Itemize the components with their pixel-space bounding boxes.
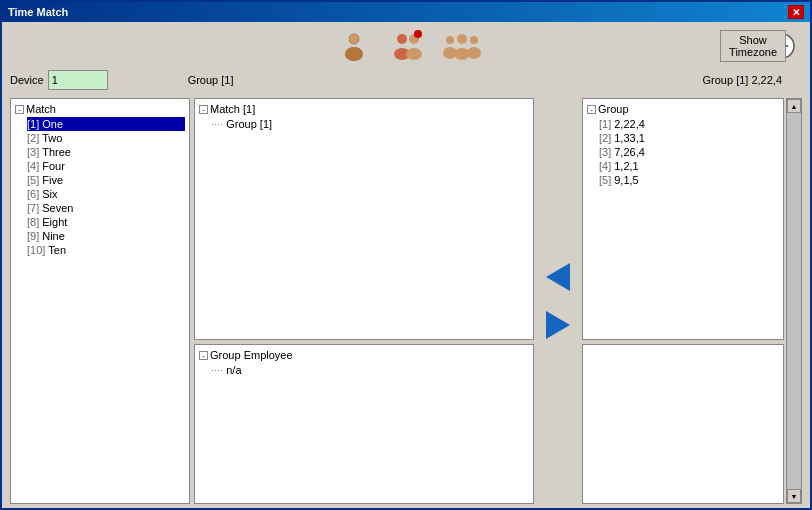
left-tree-item-3[interactable]: [3] Three [27, 145, 185, 159]
toolbar-icons [338, 30, 474, 62]
device-input[interactable] [48, 70, 108, 90]
right-top-tree: - Group [1] 2,22,4 [2] 1,33,1 [583, 99, 783, 191]
right-panel-inner: - Group [1] 2,22,4 [2] 1,33,1 [582, 98, 784, 504]
right-top-header: - Group [587, 103, 779, 115]
item-index-6: [6] [27, 188, 39, 200]
three-persons-icon[interactable] [442, 30, 474, 62]
right-item-1[interactable]: [1] 2,22,4 [599, 117, 779, 131]
dot-connector-2: ···· [211, 364, 223, 376]
svg-point-13 [470, 36, 478, 44]
left-tree-item-2[interactable]: [2] Two [27, 131, 185, 145]
middle-bottom-child[interactable]: ···· n/a [211, 363, 529, 377]
scroll-down-button[interactable]: ▼ [787, 489, 801, 503]
right-index-1: [1] [599, 118, 611, 130]
middle-section: - Match [1] ···· Group [1] [194, 98, 534, 504]
left-tree-item-9[interactable]: [9] Nine [27, 229, 185, 243]
show-timezone-button[interactable]: Show Timezone [720, 30, 786, 62]
left-tree-item-7[interactable]: [7] Seven [27, 201, 185, 215]
group-label-right: Group [1] 2,22,4 [703, 74, 783, 86]
right-bottom-panel[interactable] [582, 344, 784, 504]
right-value-1: 2,22,4 [614, 118, 645, 130]
item-label-9: Nine [42, 230, 65, 242]
close-button[interactable]: ✕ [788, 5, 804, 19]
item-index-9: [9] [27, 230, 39, 242]
right-top-children: [1] 2,22,4 [2] 1,33,1 [3] 7,26,4 [599, 117, 779, 187]
window-title: Time Match [8, 6, 68, 18]
right-item-3[interactable]: [3] 7,26,4 [599, 145, 779, 159]
svg-point-9 [446, 36, 454, 44]
right-scrollbar[interactable]: ▲ ▼ [786, 98, 802, 504]
left-tree-item-4[interactable]: [4] Four [27, 159, 185, 173]
item-label-8: Eight [42, 216, 67, 228]
middle-top-tree: - Match [1] ···· Group [1] [195, 99, 533, 135]
right-index-5: [5] [599, 174, 611, 186]
item-index-5: [5] [27, 174, 39, 186]
dot-connector: ···· [211, 118, 223, 130]
left-tree-item-5[interactable]: [5] Five [27, 173, 185, 187]
header-row: Device Group [1] Group [1] 2,22,4 [6, 70, 806, 94]
right-item-2[interactable]: [2] 1,33,1 [599, 131, 779, 145]
item-label-6: Six [42, 188, 57, 200]
middle-top-child-label: Group [1] [226, 118, 272, 130]
left-tree-panel[interactable]: - Match [1] One [2] Two [10, 98, 190, 504]
right-top-toggle[interactable]: - [587, 105, 596, 114]
svg-point-2 [345, 47, 363, 61]
middle-top-toggle[interactable]: - [199, 105, 208, 114]
right-item-5[interactable]: [5] 9,1,5 [599, 173, 779, 187]
arrow-panel [538, 98, 578, 504]
two-persons-icon[interactable] [390, 30, 422, 62]
group-label-middle: Group [1] [188, 74, 234, 86]
left-tree-root-label: Match [26, 103, 56, 115]
right-index-2: [2] [599, 132, 611, 144]
toolbar: Show Timezone [6, 26, 806, 66]
right-section: - Group [1] 2,22,4 [2] 1,33,1 [582, 98, 802, 504]
window-content: Show Timezone Device Group [1] Group [1]… [2, 22, 810, 508]
left-tree-item-1[interactable]: [1] One [27, 117, 185, 131]
item-index-2: [2] [27, 132, 39, 144]
main-window: Time Match ✕ [0, 0, 812, 510]
scroll-up-button[interactable]: ▲ [787, 99, 801, 113]
right-value-2: 1,33,1 [614, 132, 645, 144]
middle-bottom-children: ···· n/a [211, 363, 529, 377]
middle-bottom-toggle[interactable]: - [199, 351, 208, 360]
left-tree-item-8[interactable]: [8] Eight [27, 215, 185, 229]
svg-point-14 [467, 47, 481, 59]
svg-point-7 [406, 48, 422, 60]
svg-point-4 [397, 34, 407, 44]
left-tree-item-10[interactable]: [10] Ten [27, 243, 185, 257]
middle-top-header: - Match [1] [199, 103, 529, 115]
item-index-4: [4] [27, 160, 39, 172]
svg-point-11 [457, 34, 467, 44]
middle-bottom-child-label: n/a [226, 364, 241, 376]
right-top-root-label: Group [598, 103, 629, 115]
item-label-10: Ten [48, 244, 66, 256]
left-tree-item-6[interactable]: [6] Six [27, 187, 185, 201]
arrow-right-button[interactable] [542, 311, 574, 339]
title-bar: Time Match ✕ [2, 2, 810, 22]
middle-bottom-header: - Group Employee [199, 349, 529, 361]
middle-top-panel[interactable]: - Match [1] ···· Group [1] [194, 98, 534, 340]
right-value-3: 7,26,4 [614, 146, 645, 158]
right-item-4[interactable]: [4] 1,2,1 [599, 159, 779, 173]
item-label-1: One [42, 118, 63, 130]
item-index-3: [3] [27, 146, 39, 158]
arrow-left-icon [546, 263, 570, 291]
arrow-left-button[interactable] [542, 263, 574, 291]
main-area: - Match [1] One [2] Two [6, 98, 806, 504]
scroll-track[interactable] [787, 113, 801, 489]
left-tree-toggle[interactable]: - [15, 105, 24, 114]
right-index-4: [4] [599, 160, 611, 172]
right-top-panel[interactable]: - Group [1] 2,22,4 [2] 1,33,1 [582, 98, 784, 340]
right-value-5: 9,1,5 [614, 174, 638, 186]
middle-top-children: ···· Group [1] [211, 117, 529, 131]
left-tree-header: - Match [15, 103, 185, 115]
item-index-1: [1] [27, 118, 39, 130]
item-index-8: [8] [27, 216, 39, 228]
middle-top-child[interactable]: ···· Group [1] [211, 117, 529, 131]
single-person-icon[interactable] [338, 30, 370, 62]
device-label: Device [10, 74, 44, 86]
svg-point-3 [349, 34, 359, 44]
middle-bottom-panel[interactable]: - Group Employee ···· n/a [194, 344, 534, 504]
item-label-7: Seven [42, 202, 73, 214]
item-index-7: [7] [27, 202, 39, 214]
